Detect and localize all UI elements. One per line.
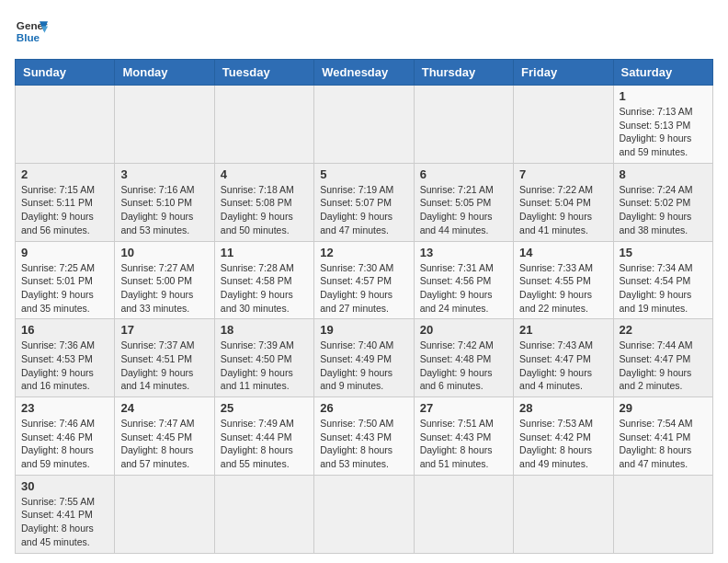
day-info: Sunrise: 7:49 AM Sunset: 4:44 PM Dayligh… (221, 417, 308, 471)
calendar-cell: 16Sunrise: 7:36 AM Sunset: 4:53 PM Dayli… (16, 319, 115, 397)
day-info: Sunrise: 7:44 AM Sunset: 4:47 PM Dayligh… (620, 339, 707, 393)
day-number: 19 (320, 323, 407, 337)
weekday-header-wednesday: Wednesday (314, 60, 414, 86)
calendar-cell: 26Sunrise: 7:50 AM Sunset: 4:43 PM Dayli… (314, 397, 414, 476)
calendar-week-row: 23Sunrise: 7:46 AM Sunset: 4:46 PM Dayli… (16, 397, 713, 476)
calendar-cell: 25Sunrise: 7:49 AM Sunset: 4:44 PM Dayli… (214, 397, 313, 476)
calendar-cell: 22Sunrise: 7:44 AM Sunset: 4:47 PM Dayli… (613, 319, 712, 397)
calendar-cell: 11Sunrise: 7:28 AM Sunset: 4:58 PM Dayli… (214, 241, 313, 319)
day-number: 8 (620, 167, 707, 181)
day-info: Sunrise: 7:24 AM Sunset: 5:02 PM Dayligh… (620, 183, 707, 237)
day-number: 2 (21, 167, 108, 181)
calendar-header: General Blue (15, 15, 713, 48)
calendar-cell: 1Sunrise: 7:13 AM Sunset: 5:13 PM Daylig… (613, 86, 712, 164)
calendar-cell: 9Sunrise: 7:25 AM Sunset: 5:01 PM Daylig… (16, 241, 115, 319)
weekday-header-thursday: Thursday (414, 60, 513, 86)
day-info: Sunrise: 7:16 AM Sunset: 5:10 PM Dayligh… (120, 183, 208, 237)
weekday-header-saturday: Saturday (613, 60, 712, 86)
calendar-cell (314, 86, 414, 164)
calendar-cell: 7Sunrise: 7:22 AM Sunset: 5:04 PM Daylig… (514, 163, 613, 241)
calendar-week-row: 1Sunrise: 7:13 AM Sunset: 5:13 PM Daylig… (16, 86, 713, 164)
calendar-cell (414, 475, 513, 553)
day-info: Sunrise: 7:50 AM Sunset: 4:43 PM Dayligh… (320, 417, 407, 471)
calendar-week-row: 16Sunrise: 7:36 AM Sunset: 4:53 PM Dayli… (16, 319, 713, 397)
calendar-cell: 28Sunrise: 7:53 AM Sunset: 4:42 PM Dayli… (514, 397, 613, 476)
day-number: 9 (21, 246, 108, 259)
day-number: 24 (120, 401, 208, 415)
calendar-cell: 6Sunrise: 7:21 AM Sunset: 5:05 PM Daylig… (414, 163, 513, 241)
day-number: 20 (420, 323, 507, 337)
day-number: 30 (21, 479, 108, 493)
general-blue-logo-icon: General Blue (15, 15, 48, 48)
day-number: 7 (519, 167, 607, 181)
calendar-cell (214, 86, 313, 164)
weekday-header-tuesday: Tuesday (214, 60, 313, 86)
calendar-week-row: 9Sunrise: 7:25 AM Sunset: 5:01 PM Daylig… (16, 241, 713, 319)
svg-text:Blue: Blue (17, 31, 40, 43)
calendar-cell: 20Sunrise: 7:42 AM Sunset: 4:48 PM Dayli… (414, 319, 513, 397)
calendar-cell (613, 475, 712, 553)
calendar-cell (514, 86, 613, 164)
day-info: Sunrise: 7:34 AM Sunset: 4:54 PM Dayligh… (620, 261, 707, 316)
day-info: Sunrise: 7:21 AM Sunset: 5:05 PM Dayligh… (420, 183, 507, 237)
day-info: Sunrise: 7:47 AM Sunset: 4:45 PM Dayligh… (120, 417, 208, 471)
day-info: Sunrise: 7:40 AM Sunset: 4:49 PM Dayligh… (320, 339, 407, 393)
day-info: Sunrise: 7:22 AM Sunset: 5:04 PM Dayligh… (519, 183, 607, 237)
day-info: Sunrise: 7:42 AM Sunset: 4:48 PM Dayligh… (420, 339, 507, 393)
day-info: Sunrise: 7:37 AM Sunset: 4:51 PM Dayligh… (120, 339, 208, 393)
day-info: Sunrise: 7:27 AM Sunset: 5:00 PM Dayligh… (120, 261, 208, 316)
day-info: Sunrise: 7:19 AM Sunset: 5:07 PM Dayligh… (320, 183, 407, 237)
day-number: 16 (21, 323, 108, 337)
calendar-cell (16, 86, 115, 164)
calendar-cell: 27Sunrise: 7:51 AM Sunset: 4:43 PM Dayli… (414, 397, 513, 476)
day-info: Sunrise: 7:25 AM Sunset: 5:01 PM Dayligh… (21, 261, 108, 316)
day-number: 21 (519, 323, 607, 337)
day-info: Sunrise: 7:54 AM Sunset: 4:41 PM Dayligh… (620, 417, 707, 471)
calendar-cell (514, 475, 613, 553)
day-number: 6 (420, 167, 507, 181)
day-info: Sunrise: 7:43 AM Sunset: 4:47 PM Dayligh… (519, 339, 607, 393)
day-number: 25 (221, 401, 308, 415)
calendar-week-row: 2Sunrise: 7:15 AM Sunset: 5:11 PM Daylig… (16, 163, 713, 241)
day-number: 22 (620, 323, 707, 337)
day-number: 3 (120, 167, 208, 181)
day-number: 5 (320, 167, 407, 181)
day-number: 14 (519, 246, 607, 259)
logo: General Blue (15, 15, 48, 48)
calendar-cell: 19Sunrise: 7:40 AM Sunset: 4:49 PM Dayli… (314, 319, 414, 397)
calendar-cell: 23Sunrise: 7:46 AM Sunset: 4:46 PM Dayli… (16, 397, 115, 476)
day-number: 17 (120, 323, 208, 337)
day-info: Sunrise: 7:55 AM Sunset: 4:41 PM Dayligh… (21, 495, 108, 549)
calendar-cell: 24Sunrise: 7:47 AM Sunset: 4:45 PM Dayli… (115, 397, 214, 476)
day-number: 23 (21, 401, 108, 415)
weekday-header-row: SundayMondayTuesdayWednesdayThursdayFrid… (16, 60, 713, 86)
calendar-cell: 13Sunrise: 7:31 AM Sunset: 4:56 PM Dayli… (414, 241, 513, 319)
calendar-cell: 30Sunrise: 7:55 AM Sunset: 4:41 PM Dayli… (16, 475, 115, 553)
calendar-cell: 8Sunrise: 7:24 AM Sunset: 5:02 PM Daylig… (613, 163, 712, 241)
day-number: 4 (221, 167, 308, 181)
calendar-cell: 4Sunrise: 7:18 AM Sunset: 5:08 PM Daylig… (214, 163, 313, 241)
day-info: Sunrise: 7:31 AM Sunset: 4:56 PM Dayligh… (420, 261, 507, 316)
day-number: 28 (519, 401, 607, 415)
calendar-cell: 17Sunrise: 7:37 AM Sunset: 4:51 PM Dayli… (115, 319, 214, 397)
calendar-cell: 18Sunrise: 7:39 AM Sunset: 4:50 PM Dayli… (214, 319, 313, 397)
day-info: Sunrise: 7:30 AM Sunset: 4:57 PM Dayligh… (320, 261, 407, 316)
day-info: Sunrise: 7:53 AM Sunset: 4:42 PM Dayligh… (519, 417, 607, 471)
day-info: Sunrise: 7:28 AM Sunset: 4:58 PM Dayligh… (221, 261, 308, 316)
day-info: Sunrise: 7:46 AM Sunset: 4:46 PM Dayligh… (21, 417, 108, 471)
weekday-header-sunday: Sunday (16, 60, 115, 86)
calendar-cell: 14Sunrise: 7:33 AM Sunset: 4:55 PM Dayli… (514, 241, 613, 319)
calendar-cell: 10Sunrise: 7:27 AM Sunset: 5:00 PM Dayli… (115, 241, 214, 319)
day-number: 12 (320, 246, 407, 259)
day-number: 29 (620, 401, 707, 415)
day-info: Sunrise: 7:18 AM Sunset: 5:08 PM Dayligh… (221, 183, 308, 237)
day-number: 26 (320, 401, 407, 415)
calendar-cell (115, 475, 214, 553)
day-info: Sunrise: 7:51 AM Sunset: 4:43 PM Dayligh… (420, 417, 507, 471)
calendar-cell (414, 86, 513, 164)
day-info: Sunrise: 7:15 AM Sunset: 5:11 PM Dayligh… (21, 183, 108, 237)
day-number: 27 (420, 401, 507, 415)
day-info: Sunrise: 7:33 AM Sunset: 4:55 PM Dayligh… (519, 261, 607, 316)
weekday-header-friday: Friday (514, 60, 613, 86)
calendar-cell (214, 475, 313, 553)
